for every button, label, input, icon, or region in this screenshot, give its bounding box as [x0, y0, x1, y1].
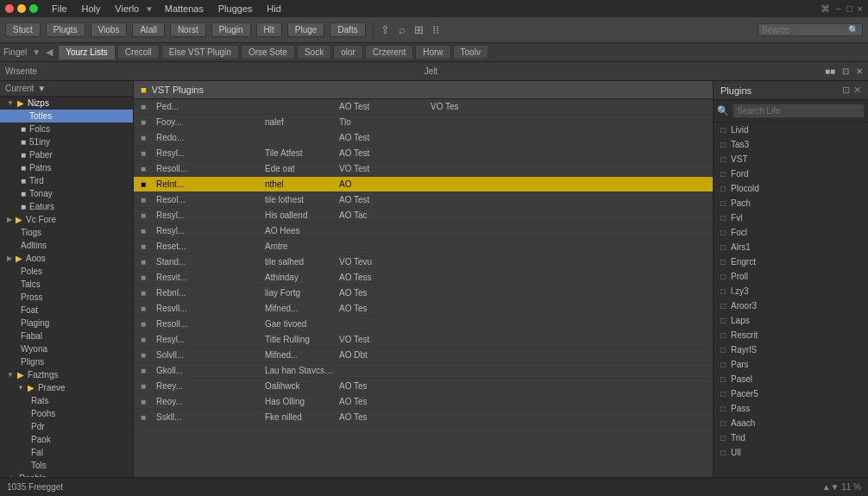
search-submit-icon[interactable]: 🔍: [848, 25, 859, 35]
sidebar-folder-aoos[interactable]: ▶ ▶ Aoos: [0, 252, 133, 265]
plugin-row[interactable]: ■ Ped... AO Test VO Tes: [134, 99, 713, 115]
plugin-row[interactable]: ■ Resyl... Title Rulling VO Test: [134, 332, 713, 348]
sidebar-item-poohs[interactable]: Poohs: [0, 407, 133, 420]
panel-close-icon[interactable]: ✕: [853, 85, 861, 96]
tab-crzerent[interactable]: Crzerent: [365, 45, 413, 60]
toolbar-atall[interactable]: Atall: [132, 22, 164, 37]
toolbar-dafts[interactable]: Dafts: [330, 22, 365, 37]
sidebar-folder-praeve[interactable]: ▼ ▶ Praeve: [0, 381, 133, 394]
sidebar-item-poles[interactable]: Poles: [0, 265, 133, 278]
panel-resize[interactable]: ⊡: [842, 66, 849, 76]
minimize-icon[interactable]: −: [835, 3, 840, 15]
plugins-folder-rescrit[interactable]: □ Rescrit: [714, 328, 868, 342]
close-button[interactable]: [5, 4, 14, 13]
toolbar-viobs[interactable]: Viobs: [91, 22, 128, 37]
plugin-row[interactable]: ■ Resyl... AO Hees: [134, 223, 713, 239]
sidebar-item-plaging[interactable]: Plaging: [0, 317, 133, 330]
search-icon[interactable]: ⌕: [399, 23, 406, 36]
tab-else-vst[interactable]: Else VST Plugin: [161, 45, 239, 60]
plugin-row[interactable]: ■ Rebnl... liay Fortg AO Tes: [134, 286, 713, 301]
sidebar-item-fal[interactable]: Fal: [0, 446, 133, 459]
plugins-folder-pach[interactable]: □ Pach: [714, 196, 868, 210]
plugins-folder-focl[interactable]: □ Focl: [714, 225, 868, 240]
plugin-row[interactable]: ■ Resyl... His oallend AO Tac: [134, 208, 713, 223]
toolbar-pluge[interactable]: Pluge: [287, 22, 325, 37]
plugins-folder-vst[interactable]: □ VST: [714, 152, 868, 166]
plugin-row[interactable]: ■ Sskll... Fke nilled AO Tes: [134, 410, 713, 425]
tab-sock[interactable]: Sock: [297, 45, 331, 60]
sidebar-item-tiogs[interactable]: Tiogs: [0, 226, 133, 239]
tab-crecoll[interactable]: Crecoll: [117, 45, 160, 60]
apps-icon[interactable]: ⁞⁞: [432, 23, 439, 36]
plugins-folder-alrs1[interactable]: □ Alrs1: [714, 240, 868, 254]
panel-close[interactable]: ✕: [856, 66, 863, 76]
minimize-button[interactable]: [17, 4, 26, 13]
sidebar-folder-vcfore[interactable]: ▶ ▶ Vc Fore: [0, 213, 133, 226]
plugins-folder-pars[interactable]: □ Pars: [714, 357, 868, 372]
sidebar-item-pdr[interactable]: Pdr: [0, 420, 133, 433]
sidebar-item-patns[interactable]: ■ Patns: [0, 161, 133, 174]
sidebar-item-adltins[interactable]: Adltins: [0, 239, 133, 252]
sidebar-item-fabal[interactable]: Fabal: [0, 330, 133, 342]
plugins-folder-ford[interactable]: □ Ford: [714, 166, 868, 181]
tab-orse-sote[interactable]: Orse Sote: [241, 45, 295, 60]
plugin-row[interactable]: ■ Reey... Oalihwck AO Tes: [134, 379, 713, 394]
panel-pin-icon[interactable]: ⊡: [842, 85, 850, 96]
plugins-folder-tas3[interactable]: □ Tas3: [714, 137, 868, 152]
plugins-search-input[interactable]: [733, 104, 865, 118]
plugins-folder-ull[interactable]: □ Ull: [714, 445, 868, 460]
sidebar-item-pligns[interactable]: Pligns: [0, 355, 133, 368]
grid-icon[interactable]: ⊞: [414, 23, 424, 36]
sidebar-item-rats[interactable]: Rats: [0, 394, 133, 407]
plugins-folder-aroor3[interactable]: □ Aroor3: [714, 298, 868, 313]
menu-mattenas[interactable]: Mattenas: [161, 2, 207, 16]
plugin-row-highlighted[interactable]: ■ ReInt... nthel AO: [134, 177, 713, 192]
plugins-search-bar[interactable]: 🔍: [714, 100, 868, 122]
sidebar-item-totles[interactable]: ■ Totles: [0, 110, 133, 122]
plugin-row[interactable]: ■ Reset... Amtre: [134, 239, 713, 254]
tab-horw[interactable]: Horw: [415, 45, 450, 60]
plugin-row[interactable]: ■ Redo... AO Test: [134, 130, 713, 146]
tab-yourz-lists[interactable]: Yourz Lists: [58, 45, 116, 60]
menu-vierlo[interactable]: Vierlo: [111, 2, 142, 16]
plugins-folder-pacer5[interactable]: □ Pacer5: [714, 386, 868, 401]
plugin-row[interactable]: ■ Resvit... Athinday AO Tess: [134, 270, 713, 286]
plugins-folder-pass[interactable]: □ Pass: [714, 401, 868, 416]
sidebar-folder-reoble[interactable]: ▶ Reoble: [0, 472, 133, 477]
tab-toolv[interactable]: Toolv: [453, 45, 488, 60]
plugins-folder-plocold[interactable]: □ Plocold: [714, 181, 868, 196]
sidebar-item-51iny[interactable]: ■ 51iny: [0, 135, 133, 148]
plugin-row[interactable]: ■ Reoy... Has Olling AO Tes: [134, 394, 713, 410]
close-icon[interactable]: ×: [858, 3, 863, 15]
sidebar-item-paok[interactable]: Paok: [0, 433, 133, 446]
plugins-folder-aaach[interactable]: □ Aaach: [714, 416, 868, 430]
plugins-folder-lzy3[interactable]: □ l.zy3: [714, 284, 868, 298]
toolbar-plugts[interactable]: Plugts: [46, 22, 85, 37]
menu-holy[interactable]: Holy: [79, 2, 104, 16]
menu-hid[interactable]: Hid: [263, 2, 285, 16]
search-input[interactable]: [762, 25, 848, 35]
search-bar[interactable]: 🔍: [758, 23, 863, 36]
plugins-folder-rayrls[interactable]: □ RayrlS: [714, 342, 868, 357]
plugins-folder-engrct[interactable]: □ Engrct: [714, 254, 868, 269]
plugin-row[interactable]: ■ Resyl... Tile Atfest AO Test: [134, 146, 713, 161]
sidebar-item-paber[interactable]: ■ Paber: [0, 148, 133, 161]
plugins-folder-proll[interactable]: □ Proll: [714, 269, 868, 284]
plugins-folder-trid[interactable]: □ Trid: [714, 430, 868, 445]
nav-arrow-left[interactable]: ◀: [46, 47, 53, 58]
sidebar-item-talcs[interactable]: Talcs: [0, 278, 133, 291]
sidebar-item-pross[interactable]: Pross: [0, 291, 133, 304]
plugin-row[interactable]: ■ Resoll... Ede oat VO Test: [134, 161, 713, 177]
sidebar-folder-faztngs[interactable]: ▼ ▶ Faztngs: [0, 368, 133, 381]
plugin-row[interactable]: ■ Resvll... Mifned... AO Tes: [134, 301, 713, 317]
tab-olor[interactable]: olor: [333, 45, 363, 60]
plugin-row[interactable]: ■ Solvll... Mifned... AO Dbt: [134, 348, 713, 363]
sidebar-item-tonay[interactable]: ■ Tonay: [0, 187, 133, 200]
toolbar-stuct[interactable]: Stuct: [5, 22, 41, 37]
sidebar-item-eaturs[interactable]: ■ Eaturs: [0, 200, 133, 213]
plugins-folder-pasel[interactable]: □ Pasel: [714, 372, 868, 386]
sidebar-item-tird[interactable]: ■ Tird: [0, 174, 133, 187]
menu-plugges[interactable]: Plugges: [215, 2, 256, 16]
toolbar-norst[interactable]: Norst: [170, 22, 206, 37]
plugins-folder-livid[interactable]: □ Livid: [714, 122, 868, 137]
